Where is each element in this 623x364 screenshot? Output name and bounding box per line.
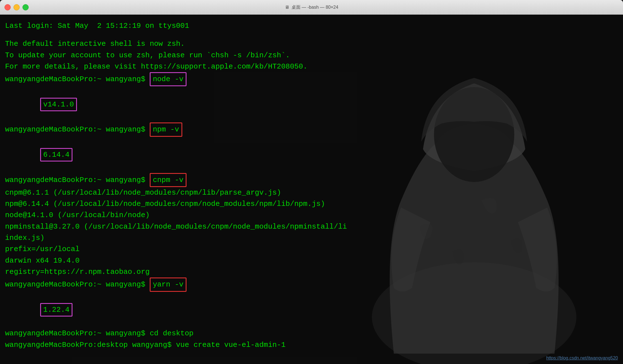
terminal-window: 🖥 桌面 — -bash — 80×24 — [0, 0, 623, 364]
npm-version-output: 6.14.4 — [5, 137, 618, 173]
prompt-text-3: wangyangdeMacBookPro:~ wangyang$ — [5, 174, 150, 186]
cnpm-line-7: darwin x64 19.4.0 — [5, 255, 618, 266]
prompt-text-6: wangyangdeMacBookPro:desktop wangyang$ — [5, 339, 176, 351]
shell-line-1: The default interactive shell is now zsh… — [5, 38, 618, 49]
login-line: Last login: Sat May 2 15:12:19 on ttys00… — [5, 20, 618, 31]
cmd-cnpm-v: cnpm -v — [150, 173, 187, 187]
prompt-npm-v: wangyangdeMacBookPro:~ wangyang$ npm -v — [5, 122, 618, 136]
cmd-node-v: node -v — [150, 72, 187, 86]
cnpm-line-8: registry=https://r.npm.taobao.org — [5, 266, 618, 277]
cnpm-line-3: node@14.1.0 (/usr/local/bin/node) — [5, 210, 618, 221]
prompt-cnpm-v: wangyangdeMacBookPro:~ wangyang$ cnpm -v — [5, 173, 618, 187]
prompt-text-1: wangyangdeMacBookPro:~ wangyang$ — [5, 74, 150, 85]
node-version-box: v14.1.0 — [40, 98, 77, 111]
watermark: https://blog.csdn.net/itwangyang520 — [546, 356, 618, 361]
shell-line-2: To update your account to use zsh, pleas… — [5, 50, 618, 61]
title-bar: 🖥 桌面 — -bash — 80×24 — [0, 0, 623, 15]
cnpm-line-4: npminstall@3.27.0 (/usr/local/lib/node_m… — [5, 221, 618, 232]
cmd-yarn-v: yarn -v — [150, 277, 187, 292]
cnpm-line-2: npm@6.14.4 (/usr/local/lib/node_modules/… — [5, 198, 618, 210]
maximize-button[interactable] — [22, 4, 29, 10]
yarn-version-box: 1.22.4 — [40, 303, 73, 317]
prompt-cd-desktop: wangyangdeMacBookPro:~ wangyang$ cd desk… — [5, 328, 618, 339]
window-title: 🖥 桌面 — -bash — 80×24 — [285, 4, 338, 10]
cnpm-line-6: prefix=/usr/local — [5, 244, 618, 255]
terminal-content: Last login: Sat May 2 15:12:19 on ttys00… — [5, 20, 618, 351]
prompt-text-4: wangyangdeMacBookPro:~ wangyang$ — [5, 279, 150, 290]
traffic-lights — [4, 4, 29, 10]
close-button[interactable] — [4, 4, 11, 10]
cnpm-line-5: index.js) — [5, 232, 618, 244]
prompt-text-5: wangyangdeMacBookPro:~ wangyang$ — [5, 328, 150, 339]
empty-line-1 — [5, 31, 618, 38]
cmd-cd-desktop: cd desktop — [150, 328, 194, 339]
minimize-button[interactable] — [13, 4, 20, 10]
yarn-version-output: 1.22.4 — [5, 292, 618, 328]
prompt-yarn-v: wangyangdeMacBookPro:~ wangyang$ yarn -v — [5, 277, 618, 292]
prompt-text-2: wangyangdeMacBookPro:~ wangyang$ — [5, 124, 150, 135]
cmd-vue-create: vue create vue-el-admin-1 — [176, 339, 286, 351]
prompt-node-v: wangyangdeMacBookPro:~ wangyang$ node -v — [5, 72, 618, 86]
prompt-vue-create: wangyangdeMacBookPro:desktop wangyang$ v… — [5, 339, 618, 351]
terminal-body[interactable]: Last login: Sat May 2 15:12:19 on ttys00… — [0, 15, 623, 364]
cmd-npm-v: npm -v — [150, 122, 182, 136]
shell-line-3: For more details, please visit https://s… — [5, 61, 618, 72]
terminal-icon: 🖥 — [285, 5, 289, 10]
node-version-output: v14.1.0 — [5, 86, 618, 122]
cnpm-line-1: cnpm@6.1.1 (/usr/local/lib/node_modules/… — [5, 187, 618, 198]
npm-version-box: 6.14.4 — [40, 148, 73, 161]
